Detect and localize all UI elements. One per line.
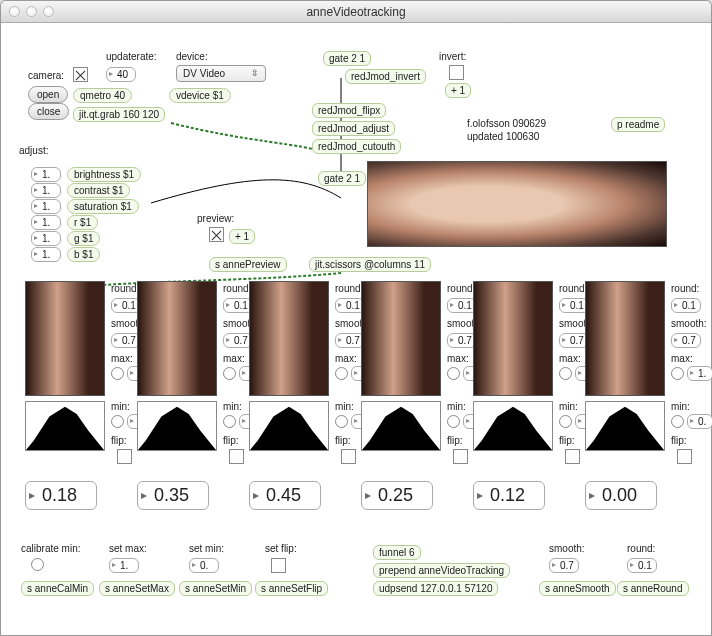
updaterate-label: updaterate: bbox=[106, 51, 157, 62]
b-msg[interactable]: b $1 bbox=[67, 247, 100, 262]
slice-max-label: max: bbox=[447, 353, 469, 364]
slice-round-label: round: bbox=[559, 283, 587, 294]
qmetro-msg[interactable]: qmetro 40 bbox=[73, 88, 132, 103]
slice-max-bang-5[interactable] bbox=[671, 367, 684, 380]
r-number[interactable]: 1. bbox=[31, 215, 61, 230]
slice-flip-toggle-1[interactable] bbox=[229, 449, 244, 464]
device-dropdown[interactable]: DV Video bbox=[176, 65, 266, 82]
send-calmin-object[interactable]: s anneCalMin bbox=[21, 581, 94, 596]
slice-min-label: min: bbox=[671, 401, 690, 412]
slice-output-number-2[interactable]: 0.45 bbox=[249, 481, 321, 510]
send-preview-object[interactable]: s annePreview bbox=[209, 257, 287, 272]
slice-flip-label: flip: bbox=[335, 435, 351, 446]
slice-output-number-3[interactable]: 0.25 bbox=[361, 481, 433, 510]
slice-min-number-5[interactable]: 0. bbox=[687, 414, 712, 429]
slice-max-label: max: bbox=[335, 353, 357, 364]
send-setmax-object[interactable]: s anneSetMax bbox=[99, 581, 175, 596]
gate-top-object[interactable]: gate 2 1 bbox=[323, 51, 371, 66]
funnel-object[interactable]: funnel 6 bbox=[373, 545, 421, 560]
slice-max-bang-4[interactable] bbox=[559, 367, 572, 380]
slice-flip-label: flip: bbox=[111, 435, 127, 446]
slice-flip-toggle-5[interactable] bbox=[677, 449, 692, 464]
saturation-number[interactable]: 1. bbox=[31, 199, 61, 214]
slice-flip-label: flip: bbox=[223, 435, 239, 446]
prepend-object[interactable]: prepend anneVideoTracking bbox=[373, 563, 510, 578]
flipx-object[interactable]: redJmod_flipx bbox=[312, 103, 386, 118]
udpsend-object[interactable]: udpsend 127.0.0.1 57120 bbox=[373, 581, 498, 596]
slice-max-bang-0[interactable] bbox=[111, 367, 124, 380]
slice-min-bang-4[interactable] bbox=[559, 415, 572, 428]
bottom-smooth-number[interactable]: 0.7 bbox=[549, 558, 579, 573]
contrast-number[interactable]: 1. bbox=[31, 183, 61, 198]
adjust-label: adjust: bbox=[19, 145, 48, 156]
slice-flip-toggle-2[interactable] bbox=[341, 449, 356, 464]
titlebar[interactable]: anneVideotracking bbox=[1, 1, 711, 23]
slice-output-number-0[interactable]: 0.18 bbox=[25, 481, 97, 510]
slice-max-bang-1[interactable] bbox=[223, 367, 236, 380]
contrast-msg[interactable]: contrast $1 bbox=[67, 183, 130, 198]
gate-bottom-object[interactable]: gate 2 1 bbox=[318, 171, 366, 186]
updaterate-number[interactable]: 40 bbox=[106, 67, 136, 82]
bottom-round-number[interactable]: 0.1 bbox=[627, 558, 657, 573]
slice-video-5 bbox=[585, 281, 665, 396]
slice-graph-0 bbox=[25, 401, 105, 451]
slice-output-number-5[interactable]: 0.00 bbox=[585, 481, 657, 510]
slice-flip-toggle-3[interactable] bbox=[453, 449, 468, 464]
slice-video-3 bbox=[361, 281, 441, 396]
send-setmin-object[interactable]: s anneSetMin bbox=[179, 581, 252, 596]
slice-graph-2 bbox=[249, 401, 329, 451]
invert-toggle[interactable] bbox=[449, 65, 464, 80]
cutouth-object[interactable]: redJmod_cutouth bbox=[312, 139, 401, 154]
slice-min-bang-2[interactable] bbox=[335, 415, 348, 428]
slice-flip-toggle-0[interactable] bbox=[117, 449, 132, 464]
slice-min-bang-5[interactable] bbox=[671, 415, 684, 428]
g-msg[interactable]: g $1 bbox=[67, 231, 100, 246]
g-number[interactable]: 1. bbox=[31, 231, 61, 246]
slice-output-number-4[interactable]: 0.12 bbox=[473, 481, 545, 510]
slice-output-number-1[interactable]: 0.35 bbox=[137, 481, 209, 510]
slice-round-label: round: bbox=[447, 283, 475, 294]
send-round-object[interactable]: s anneRound bbox=[617, 581, 689, 596]
close-button[interactable]: close bbox=[28, 103, 69, 120]
r-msg[interactable]: r $1 bbox=[67, 215, 98, 230]
adjust-object[interactable]: redJmod_adjust bbox=[312, 121, 395, 136]
brightness-msg[interactable]: brightness $1 bbox=[67, 167, 141, 182]
calibrate-min-bang[interactable] bbox=[31, 558, 44, 571]
slice-round-number-5[interactable]: 0.1 bbox=[671, 298, 701, 313]
b-number[interactable]: 1. bbox=[31, 247, 61, 262]
invert-object[interactable]: redJmod_invert bbox=[345, 69, 426, 84]
slice-min-bang-3[interactable] bbox=[447, 415, 460, 428]
slice-min-bang-1[interactable] bbox=[223, 415, 236, 428]
slice-min-bang-0[interactable] bbox=[111, 415, 124, 428]
preview-toggle[interactable] bbox=[209, 227, 224, 242]
vdevice-msg[interactable]: vdevice $1 bbox=[169, 88, 231, 103]
send-setflip-object[interactable]: s anneSetFlip bbox=[255, 581, 328, 596]
slice-flip-label: flip: bbox=[671, 435, 687, 446]
slice-smooth-number-5[interactable]: 0.7 bbox=[671, 333, 701, 348]
readme-object[interactable]: p readme bbox=[611, 117, 665, 132]
slice-max-label: max: bbox=[111, 353, 133, 364]
plus1b-object[interactable]: + 1 bbox=[229, 229, 255, 244]
set-flip-toggle[interactable] bbox=[271, 558, 286, 573]
slice-flip-toggle-4[interactable] bbox=[565, 449, 580, 464]
device-label: device: bbox=[176, 51, 208, 62]
camera-toggle[interactable] bbox=[73, 67, 88, 82]
send-smooth-object[interactable]: s anneSmooth bbox=[539, 581, 616, 596]
slice-max-bang-3[interactable] bbox=[447, 367, 460, 380]
bottom-smooth-label: smooth: bbox=[549, 543, 585, 554]
plus1a-object[interactable]: + 1 bbox=[445, 83, 471, 98]
jit-grab-object[interactable]: jit.qt.grab 160 120 bbox=[73, 107, 165, 122]
slice-min-label: min: bbox=[111, 401, 130, 412]
saturation-msg[interactable]: saturation $1 bbox=[67, 199, 139, 214]
open-button[interactable]: open bbox=[28, 86, 68, 103]
slice-max-number-5[interactable]: 1. bbox=[687, 366, 712, 381]
brightness-number[interactable]: 1. bbox=[31, 167, 61, 182]
camera-label: camera: bbox=[28, 70, 64, 81]
updated-label: updated 100630 bbox=[467, 131, 539, 142]
set-max-number[interactable]: 1. bbox=[109, 558, 139, 573]
set-min-label: set min: bbox=[189, 543, 224, 554]
scissors-object[interactable]: jit.scissors @columns 11 bbox=[309, 257, 431, 272]
slice-max-bang-2[interactable] bbox=[335, 367, 348, 380]
author-label: f.olofsson 090629 bbox=[467, 118, 546, 129]
set-min-number[interactable]: 0. bbox=[189, 558, 219, 573]
